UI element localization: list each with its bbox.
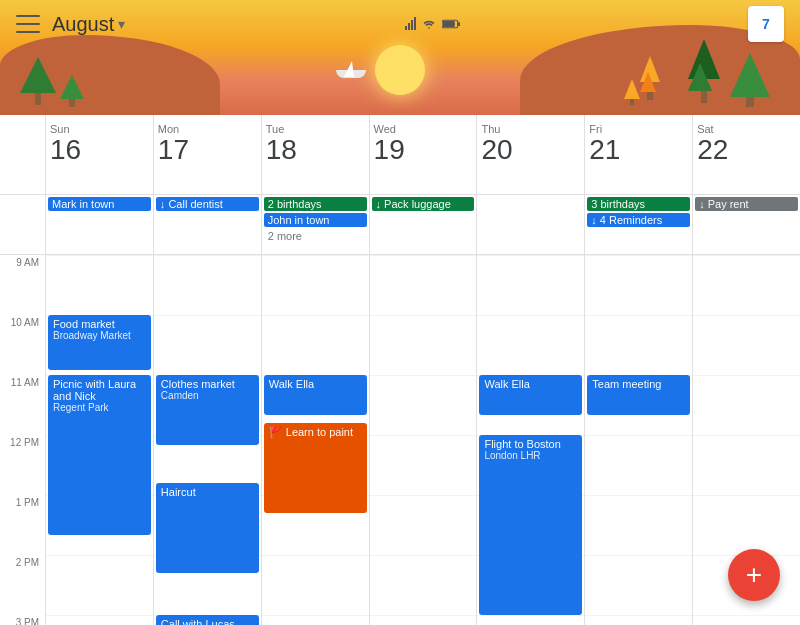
day-number-sat: 22	[697, 135, 728, 166]
time-gutter	[0, 115, 45, 194]
day-column-wed	[369, 255, 477, 625]
time-label: 11 AM	[0, 375, 45, 435]
time-label: 3 PM	[0, 615, 45, 625]
hour-line	[585, 255, 692, 256]
hour-line	[693, 315, 800, 316]
timed-event[interactable]: Haircut	[156, 483, 259, 573]
svg-rect-2	[443, 21, 455, 27]
day-number-wed: 19	[374, 135, 405, 166]
day-number-fri: 21	[589, 135, 620, 166]
hour-line	[370, 315, 477, 316]
hour-line	[262, 315, 369, 316]
hour-line	[46, 615, 153, 616]
hour-line	[370, 495, 477, 496]
hour-line	[262, 255, 369, 256]
time-label: 9 AM	[0, 255, 45, 315]
all-day-cell-sat: ↓ Pay rent	[692, 195, 800, 254]
header-bar: August ▾	[0, 0, 800, 48]
timed-event[interactable]: Picnic with Laura and NickRegent Park	[48, 375, 151, 535]
day-header-sun[interactable]: Sun 16	[45, 115, 153, 194]
tree-icon	[20, 57, 56, 105]
header-illustration: August ▾	[0, 0, 800, 115]
all-day-cell-thu	[476, 195, 584, 254]
day-column-sun: Food marketBroadway MarketPicnic with La…	[45, 255, 153, 625]
tree-icon	[60, 75, 84, 107]
calendar-icon-button[interactable]: 7	[748, 6, 784, 42]
time-labels: 9 AM10 AM11 AM12 PM1 PM2 PM3 PM4 PM5 PM	[0, 255, 45, 625]
time-label: 2 PM	[0, 555, 45, 615]
hour-line	[477, 615, 584, 616]
all-day-cell-tue: 2 birthdays John in town 2 more	[261, 195, 369, 254]
timed-event[interactable]: 🚩 Learn to paint	[264, 423, 367, 513]
event-chip[interactable]: ↓ Pack luggage	[372, 197, 475, 211]
menu-icon[interactable]	[16, 12, 40, 36]
chevron-down-icon: ▾	[118, 16, 125, 32]
timed-event[interactable]: Flight to BostonLondon LHR	[479, 435, 582, 615]
month-selector[interactable]: August ▾	[52, 13, 125, 36]
signal-icon	[405, 18, 416, 30]
hour-line	[693, 495, 800, 496]
time-label: 12 PM	[0, 435, 45, 495]
timed-area: 9 AM10 AM11 AM12 PM1 PM2 PM3 PM4 PM5 PM …	[0, 255, 800, 625]
fab-add-button[interactable]: +	[728, 549, 780, 601]
hour-line	[693, 615, 800, 616]
hour-line	[370, 375, 477, 376]
tree-icon	[640, 56, 660, 100]
day-number-thu: 20	[481, 135, 512, 166]
timed-event[interactable]: Walk Ella	[264, 375, 367, 415]
day-number-mon: 17	[158, 135, 189, 166]
all-day-cell-fri: 3 birthdays ↓ 4 Reminders	[584, 195, 692, 254]
hour-line	[154, 255, 261, 256]
hour-line	[46, 255, 153, 256]
timed-event[interactable]: Food marketBroadway Market	[48, 315, 151, 370]
timed-event[interactable]: Walk Ella	[479, 375, 582, 415]
boat	[336, 70, 366, 85]
tree-icon	[624, 79, 640, 105]
more-events-link[interactable]: 2 more	[264, 229, 367, 243]
all-day-cell-sun: Mark in town	[45, 195, 153, 254]
time-label: 1 PM	[0, 495, 45, 555]
timed-event[interactable]: Clothes marketCamden	[156, 375, 259, 445]
all-day-row: Mark in town ↓ Call dentist 2 birthdays …	[0, 195, 800, 255]
hour-line	[585, 615, 692, 616]
battery-icon	[442, 19, 460, 29]
hour-line	[262, 615, 369, 616]
event-chip[interactable]: ↓ Call dentist	[156, 197, 259, 211]
day-headers-row: Sun 16 Mon 17 Tue 18 Wed 19 Thu 20	[0, 115, 800, 195]
hour-line	[370, 435, 477, 436]
all-day-cell-wed: ↓ Pack luggage	[369, 195, 477, 254]
day-number-sun: 16	[50, 135, 81, 166]
tree-icon	[688, 39, 720, 103]
hour-line	[154, 315, 261, 316]
all-day-gutter	[0, 195, 45, 254]
hour-line	[693, 255, 800, 256]
all-day-cell-mon: ↓ Call dentist	[153, 195, 261, 254]
day-header-wed[interactable]: Wed 19	[369, 115, 477, 194]
day-header-fri[interactable]: Fri 21	[584, 115, 692, 194]
event-chip[interactable]: John in town	[264, 213, 367, 227]
hour-line	[370, 255, 477, 256]
tree-icon	[730, 53, 770, 107]
hour-line	[585, 435, 692, 436]
event-chip[interactable]: 2 birthdays	[264, 197, 367, 211]
calendar-grid: Sun 16 Mon 17 Tue 18 Wed 19 Thu 20	[0, 115, 800, 625]
timed-event[interactable]: Team meeting	[587, 375, 690, 415]
hour-line	[585, 495, 692, 496]
day-header-mon[interactable]: Mon 17	[153, 115, 261, 194]
event-chip[interactable]: Mark in town	[48, 197, 151, 211]
day-column-mon: Clothes marketCamdenHaircutCall with Luc…	[153, 255, 261, 625]
timed-event[interactable]: Call with Lucas	[156, 615, 259, 625]
event-chip[interactable]: 3 birthdays	[587, 197, 690, 211]
svg-rect-1	[458, 22, 460, 26]
day-header-thu[interactable]: Thu 20	[476, 115, 584, 194]
time-label: 10 AM	[0, 315, 45, 375]
day-column-thu: Walk EllaFlight to BostonLondon LHR	[476, 255, 584, 625]
wifi-icon	[422, 19, 436, 29]
day-column-fri: Team meeting	[584, 255, 692, 625]
hour-line	[585, 555, 692, 556]
event-chip[interactable]: ↓ Pay rent	[695, 197, 798, 211]
day-number-tue: 18	[266, 135, 297, 166]
day-header-tue[interactable]: Tue 18	[261, 115, 369, 194]
day-header-sat[interactable]: Sat 22	[692, 115, 800, 194]
event-chip[interactable]: ↓ 4 Reminders	[587, 213, 690, 227]
